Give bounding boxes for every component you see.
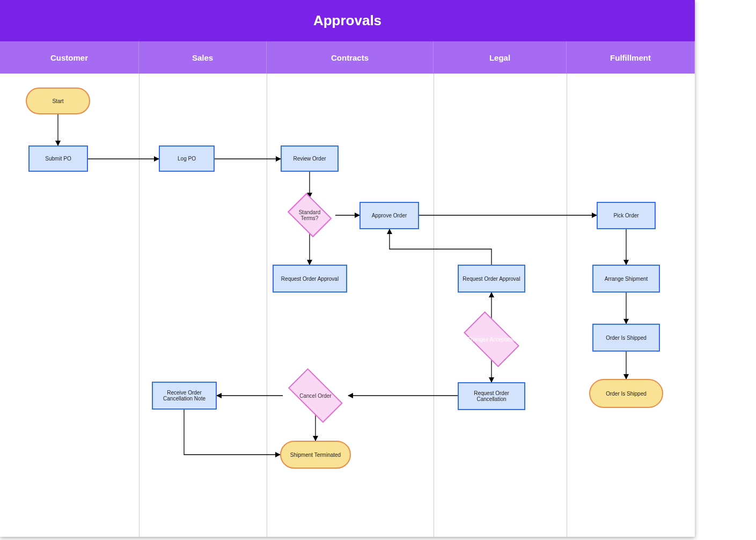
node-label: Order Is Shipped bbox=[606, 391, 647, 397]
lane-header-label: Legal bbox=[489, 53, 510, 62]
node-arrange-shipment[interactable]: Arrange Shipment bbox=[592, 265, 660, 293]
node-cancel-order[interactable]: Cancel Order bbox=[280, 376, 351, 415]
node-review-order[interactable]: Review Order bbox=[281, 145, 339, 172]
node-label: Arrange Shipment bbox=[605, 276, 648, 282]
node-order-is-shipped[interactable]: Order Is Shipped bbox=[592, 324, 660, 352]
node-log-po[interactable]: Log PO bbox=[159, 145, 215, 172]
lane-header-sales: Sales bbox=[139, 41, 267, 74]
edge-reqapprovallegal-approveorder bbox=[390, 229, 491, 265]
lane-header-fulfillment: Fulfillment bbox=[567, 41, 695, 74]
node-changes-acceptable[interactable]: Changes Acceptable bbox=[457, 318, 526, 361]
edge-recvnote-shipterminated bbox=[184, 410, 280, 455]
diagram-title: Approvals bbox=[0, 0, 695, 42]
node-request-order-approval-contracts[interactable]: Request Order Approval bbox=[273, 265, 347, 293]
node-label: Shipment Terminated bbox=[290, 452, 341, 458]
node-label: Review Order bbox=[293, 156, 326, 162]
lane-header-label: Customer bbox=[50, 53, 88, 62]
node-label: Request Order Cancellation bbox=[461, 390, 522, 402]
lane-header-contracts: Contracts bbox=[267, 41, 434, 74]
lane-header-label: Sales bbox=[192, 53, 213, 62]
node-request-order-approval-legal[interactable]: Request Order Approval bbox=[458, 265, 525, 293]
node-label: Pick Order bbox=[613, 213, 638, 218]
node-submit-po[interactable]: Submit PO bbox=[28, 145, 88, 172]
node-label: Start bbox=[52, 98, 63, 104]
node-start[interactable]: Start bbox=[26, 87, 90, 114]
node-label: Request Order Approval bbox=[463, 276, 520, 282]
node-pick-order[interactable]: Pick Order bbox=[597, 202, 656, 229]
lane-header-customer: Customer bbox=[0, 41, 139, 74]
diagram-canvas[interactable]: Start Submit PO Log PO Receive Order Can… bbox=[0, 74, 695, 537]
node-label: Approve Order bbox=[372, 213, 407, 218]
diagram-title-text: Approvals bbox=[313, 12, 381, 29]
lane-header-label: Contracts bbox=[331, 53, 369, 62]
node-order-is-shipped-terminator[interactable]: Order Is Shipped bbox=[589, 379, 663, 408]
node-label: Order Is Shipped bbox=[606, 335, 647, 341]
edges-layer bbox=[0, 74, 695, 537]
node-label: Log PO bbox=[178, 156, 196, 162]
node-label: Standard Terms? bbox=[284, 196, 335, 235]
lane-header-legal: Legal bbox=[434, 41, 567, 74]
node-request-order-cancellation[interactable]: Request Order Cancellation bbox=[458, 382, 525, 410]
diagram-frame: Approvals Customer Sales Contracts Legal… bbox=[0, 0, 695, 537]
node-label: Request Order Approval bbox=[281, 276, 339, 282]
node-approve-order[interactable]: Approve Order bbox=[359, 202, 419, 229]
lane-headers: Customer Sales Contracts Legal Fulfillme… bbox=[0, 41, 695, 74]
node-label: Submit PO bbox=[45, 156, 71, 162]
node-receive-cancellation-note[interactable]: Receive Order Cancellation Note bbox=[152, 382, 217, 410]
node-label: Cancel Order bbox=[280, 376, 351, 415]
node-shipment-terminated[interactable]: Shipment Terminated bbox=[280, 441, 351, 469]
node-label: Changes Acceptable bbox=[457, 318, 526, 361]
lane-header-label: Fulfillment bbox=[610, 53, 651, 62]
node-standard-terms[interactable]: Standard Terms? bbox=[284, 196, 335, 235]
node-label: Receive Order Cancellation Note bbox=[155, 390, 214, 402]
